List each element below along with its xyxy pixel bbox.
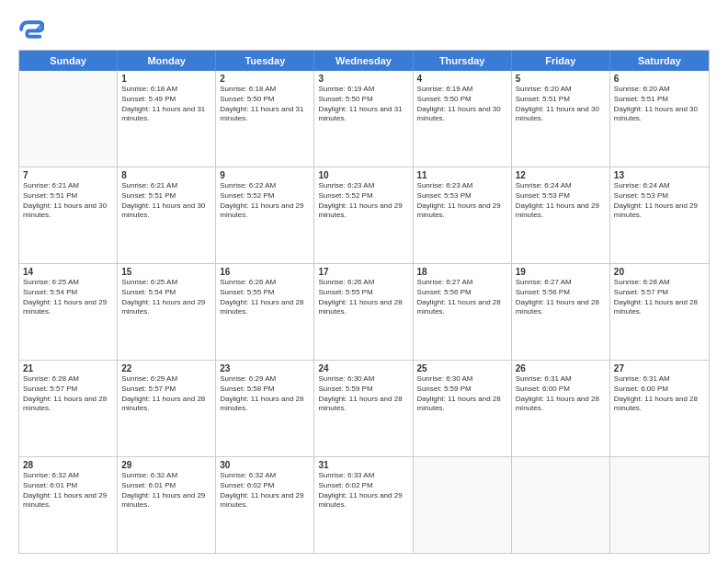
day-number: 4 — [417, 74, 507, 84]
day-number: 15 — [121, 267, 211, 277]
calendar-empty-cell — [512, 457, 610, 553]
header-day-wednesday: Wednesday — [314, 51, 413, 71]
day-number: 17 — [318, 267, 408, 277]
day-number: 10 — [318, 170, 408, 180]
header — [18, 17, 710, 42]
header-day-saturday: Saturday — [610, 51, 709, 71]
day-number: 21 — [23, 363, 113, 373]
header-day-thursday: Thursday — [414, 51, 512, 71]
header-day-monday: Monday — [118, 51, 216, 71]
calendar-day-30: 30 Sunrise: 6:32 AMSunset: 6:02 PMDaylig… — [216, 457, 314, 553]
calendar-body: 1 Sunrise: 6:18 AMSunset: 5:49 PMDayligh… — [19, 71, 709, 553]
calendar-day-19: 19 Sunrise: 6:27 AMSunset: 5:56 PMDaylig… — [512, 264, 610, 360]
calendar: SundayMondayTuesdayWednesdayThursdayFrid… — [18, 50, 710, 554]
calendar-day-4: 4 Sunrise: 6:19 AMSunset: 5:50 PMDayligh… — [414, 71, 512, 167]
day-content: Sunrise: 6:26 AMSunset: 5:55 PMDaylight:… — [220, 278, 310, 317]
calendar-empty-cell — [610, 457, 709, 553]
calendar-day-11: 11 Sunrise: 6:23 AMSunset: 5:53 PMDaylig… — [414, 167, 512, 263]
calendar-header-row: SundayMondayTuesdayWednesdayThursdayFrid… — [19, 51, 709, 71]
calendar-day-9: 9 Sunrise: 6:22 AMSunset: 5:52 PMDayligh… — [216, 167, 314, 263]
day-content: Sunrise: 6:28 AMSunset: 5:57 PMDaylight:… — [614, 278, 705, 317]
day-number: 6 — [614, 74, 705, 84]
day-content: Sunrise: 6:25 AMSunset: 5:54 PMDaylight:… — [121, 278, 211, 317]
day-content: Sunrise: 6:29 AMSunset: 5:58 PMDaylight:… — [220, 374, 310, 414]
day-number: 11 — [417, 170, 507, 180]
calendar-day-7: 7 Sunrise: 6:21 AMSunset: 5:51 PMDayligh… — [19, 167, 118, 263]
day-content: Sunrise: 6:22 AMSunset: 5:52 PMDaylight:… — [220, 181, 310, 221]
day-number: 25 — [417, 363, 507, 373]
day-number: 3 — [318, 74, 408, 84]
logo — [18, 17, 48, 42]
day-number: 26 — [516, 363, 606, 373]
calendar-day-6: 6 Sunrise: 6:20 AMSunset: 5:51 PMDayligh… — [610, 71, 709, 167]
header-day-sunday: Sunday — [19, 51, 118, 71]
calendar-day-28: 28 Sunrise: 6:32 AMSunset: 6:01 PMDaylig… — [19, 457, 118, 553]
day-content: Sunrise: 6:31 AMSunset: 6:00 PMDaylight:… — [614, 374, 705, 414]
day-number: 24 — [318, 363, 408, 373]
day-content: Sunrise: 6:20 AMSunset: 5:51 PMDaylight:… — [614, 85, 705, 124]
calendar-day-2: 2 Sunrise: 6:18 AMSunset: 5:50 PMDayligh… — [216, 71, 314, 167]
calendar-day-21: 21 Sunrise: 6:28 AMSunset: 5:57 PMDaylig… — [19, 361, 118, 456]
day-number: 12 — [516, 170, 606, 180]
day-content: Sunrise: 6:21 AMSunset: 5:51 PMDaylight:… — [121, 181, 211, 221]
calendar-day-10: 10 Sunrise: 6:23 AMSunset: 5:52 PMDaylig… — [314, 167, 413, 263]
header-day-tuesday: Tuesday — [216, 51, 314, 71]
day-number: 14 — [23, 267, 113, 277]
calendar-day-1: 1 Sunrise: 6:18 AMSunset: 5:49 PMDayligh… — [118, 71, 216, 167]
day-content: Sunrise: 6:27 AMSunset: 5:56 PMDaylight:… — [417, 278, 507, 317]
calendar-week-2: 7 Sunrise: 6:21 AMSunset: 5:51 PMDayligh… — [19, 167, 709, 264]
day-number: 23 — [220, 363, 310, 373]
calendar-day-15: 15 Sunrise: 6:25 AMSunset: 5:54 PMDaylig… — [118, 264, 216, 360]
day-number: 27 — [614, 363, 705, 373]
calendar-day-14: 14 Sunrise: 6:25 AMSunset: 5:54 PMDaylig… — [19, 264, 118, 360]
calendar-day-18: 18 Sunrise: 6:27 AMSunset: 5:56 PMDaylig… — [414, 264, 512, 360]
day-content: Sunrise: 6:32 AMSunset: 6:01 PMDaylight:… — [23, 471, 113, 511]
day-content: Sunrise: 6:18 AMSunset: 5:50 PMDaylight:… — [220, 85, 310, 124]
calendar-week-1: 1 Sunrise: 6:18 AMSunset: 5:49 PMDayligh… — [19, 71, 709, 167]
calendar-day-24: 24 Sunrise: 6:30 AMSunset: 5:59 PMDaylig… — [314, 361, 413, 456]
calendar-week-4: 21 Sunrise: 6:28 AMSunset: 5:57 PMDaylig… — [19, 361, 709, 457]
day-number: 19 — [516, 267, 606, 277]
day-number: 20 — [614, 267, 705, 277]
day-number: 9 — [220, 170, 310, 180]
calendar-day-12: 12 Sunrise: 6:24 AMSunset: 5:53 PMDaylig… — [512, 167, 610, 263]
calendar-day-16: 16 Sunrise: 6:26 AMSunset: 5:55 PMDaylig… — [216, 264, 314, 360]
calendar-week-3: 14 Sunrise: 6:25 AMSunset: 5:54 PMDaylig… — [19, 264, 709, 361]
day-content: Sunrise: 6:26 AMSunset: 5:55 PMDaylight:… — [318, 278, 408, 317]
day-number: 2 — [220, 74, 310, 84]
day-content: Sunrise: 6:23 AMSunset: 5:53 PMDaylight:… — [417, 181, 507, 221]
calendar-empty-cell — [19, 71, 118, 167]
day-content: Sunrise: 6:19 AMSunset: 5:50 PMDaylight:… — [318, 85, 408, 124]
day-content: Sunrise: 6:18 AMSunset: 5:49 PMDaylight:… — [121, 85, 211, 124]
day-content: Sunrise: 6:24 AMSunset: 5:53 PMDaylight:… — [614, 181, 705, 221]
calendar-day-8: 8 Sunrise: 6:21 AMSunset: 5:51 PMDayligh… — [118, 167, 216, 263]
calendar-day-20: 20 Sunrise: 6:28 AMSunset: 5:57 PMDaylig… — [610, 264, 709, 360]
calendar-day-17: 17 Sunrise: 6:26 AMSunset: 5:55 PMDaylig… — [314, 264, 413, 360]
day-content: Sunrise: 6:25 AMSunset: 5:54 PMDaylight:… — [23, 278, 113, 317]
day-number: 18 — [417, 267, 507, 277]
day-content: Sunrise: 6:20 AMSunset: 5:51 PMDaylight:… — [516, 85, 606, 124]
day-number: 31 — [318, 460, 408, 470]
day-number: 7 — [23, 170, 113, 180]
day-content: Sunrise: 6:32 AMSunset: 6:01 PMDaylight:… — [121, 471, 211, 511]
day-number: 13 — [614, 170, 705, 180]
calendar-day-27: 27 Sunrise: 6:31 AMSunset: 6:00 PMDaylig… — [610, 361, 709, 456]
calendar-day-3: 3 Sunrise: 6:19 AMSunset: 5:50 PMDayligh… — [314, 71, 413, 167]
day-content: Sunrise: 6:28 AMSunset: 5:57 PMDaylight:… — [23, 374, 113, 414]
day-content: Sunrise: 6:24 AMSunset: 5:53 PMDaylight:… — [516, 181, 606, 221]
day-content: Sunrise: 6:27 AMSunset: 5:56 PMDaylight:… — [516, 278, 606, 317]
day-number: 1 — [121, 74, 211, 84]
day-number: 16 — [220, 267, 310, 277]
day-content: Sunrise: 6:33 AMSunset: 6:02 PMDaylight:… — [318, 471, 408, 511]
calendar-day-13: 13 Sunrise: 6:24 AMSunset: 5:53 PMDaylig… — [610, 167, 709, 263]
logo-icon — [18, 17, 44, 42]
calendar-day-22: 22 Sunrise: 6:29 AMSunset: 5:57 PMDaylig… — [118, 361, 216, 456]
day-number: 30 — [220, 460, 310, 470]
header-day-friday: Friday — [512, 51, 610, 71]
day-content: Sunrise: 6:29 AMSunset: 5:57 PMDaylight:… — [121, 374, 211, 414]
calendar-day-31: 31 Sunrise: 6:33 AMSunset: 6:02 PMDaylig… — [314, 457, 413, 553]
day-number: 28 — [23, 460, 113, 470]
calendar-day-26: 26 Sunrise: 6:31 AMSunset: 6:00 PMDaylig… — [512, 361, 610, 456]
day-number: 29 — [121, 460, 211, 470]
calendar-week-5: 28 Sunrise: 6:32 AMSunset: 6:01 PMDaylig… — [19, 457, 709, 553]
